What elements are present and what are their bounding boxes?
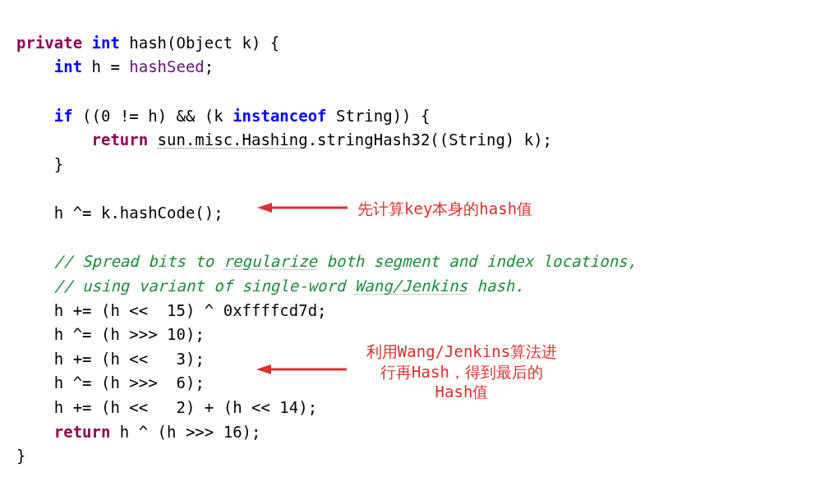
line-18: } xyxy=(16,447,25,465)
line-12: h += (h << 15) ^ 0xffffcd7d; xyxy=(16,301,327,319)
arrow-icon xyxy=(256,361,347,378)
line-4: if ((0 != h) && (k instanceof String)) { xyxy=(16,107,430,125)
line-15: h ^= (h >>> 6); xyxy=(16,373,205,392)
line-8: h ^= k.hashCode(); xyxy=(16,204,223,222)
line-6: } xyxy=(16,155,63,173)
line-2: int h = hashSeed; xyxy=(16,57,214,76)
annotation-2: 利用Wang/Jenkins算法进 行再Hash，得到最后的 Hash值 xyxy=(355,341,569,402)
line-11: // using variant of single-word Wang/Jen… xyxy=(16,277,524,295)
arrow-icon xyxy=(257,199,348,216)
line-1: private int hash(Object k) { xyxy=(16,34,279,52)
annotation-1: 先计算key本身的hash值 xyxy=(357,199,532,219)
line-10: // Spread bits to regularize both segmen… xyxy=(16,252,637,270)
line-5: return sun.misc.Hashing.stringHash32((St… xyxy=(16,131,552,149)
svg-marker-3 xyxy=(256,364,271,374)
line-13: h ^= (h >>> 10); xyxy=(16,325,205,343)
line-16: h += (h << 2) + (h << 14); xyxy=(16,398,317,416)
svg-marker-1 xyxy=(257,203,272,213)
line-14: h += (h << 3); xyxy=(16,350,205,368)
line-17: return h ^ (h >>> 16); xyxy=(16,423,260,441)
